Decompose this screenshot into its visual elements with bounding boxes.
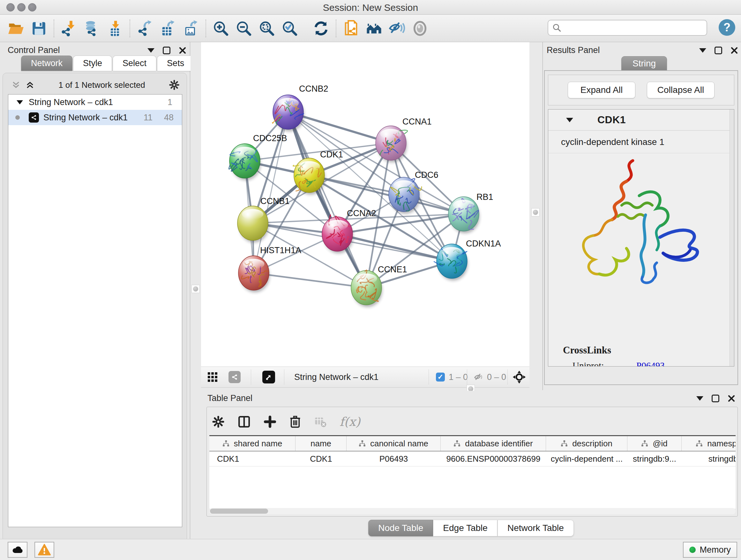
expand-all-button[interactable]: Expand All	[568, 82, 635, 98]
zoom-selected-button[interactable]	[278, 17, 301, 40]
network-node-hist1h1a[interactable]: HIST1H1A	[239, 246, 301, 293]
table-cell[interactable]: stringdb	[682, 451, 736, 466]
import-network-button[interactable]	[57, 17, 80, 40]
table-cell[interactable]: P06493	[347, 451, 441, 466]
table-cell[interactable]: stringdb:9...	[627, 451, 682, 466]
tab-edge-table[interactable]: Edge Table	[433, 520, 497, 537]
network-node-rb1[interactable]: RB1	[448, 192, 493, 233]
node-table[interactable]: shared namenamecanonical namedatabase id…	[209, 435, 736, 509]
table-cell[interactable]: CDK1	[209, 451, 295, 466]
panel-menu-icon[interactable]	[696, 396, 703, 401]
network-node-ccna1[interactable]: CCNA1	[376, 117, 432, 163]
network-node-cdk1[interactable]: CDK1	[293, 150, 343, 195]
table-cell[interactable]: cyclin-dependent ...	[546, 451, 627, 466]
network-node-ccna2[interactable]: CCNA2	[322, 208, 376, 253]
panel-float-icon[interactable]	[715, 47, 722, 54]
panel-close-icon[interactable]	[728, 395, 735, 402]
warnings-button[interactable]	[35, 542, 54, 558]
expander-icon[interactable]	[17, 100, 23, 105]
search-field[interactable]	[548, 20, 707, 36]
tab-style[interactable]: Style	[73, 56, 112, 71]
zoom-in-icon	[212, 20, 229, 37]
right-splitter[interactable]	[529, 42, 542, 391]
help-button[interactable]: ?	[719, 19, 735, 36]
import-table-button[interactable]	[104, 17, 126, 40]
add-column-icon[interactable]	[264, 415, 276, 428]
save-session-button[interactable]	[27, 17, 51, 40]
table-horizontal-scrollbar[interactable]	[209, 508, 736, 514]
right-splitter-handle[interactable]	[531, 208, 540, 216]
panel-float-icon[interactable]	[712, 395, 719, 402]
show-graphics-details-button[interactable]	[408, 17, 431, 40]
network-graph[interactable]: CCNB2CCNA1CDC25BCDK1CDC6RB1CCNB1CCNA2CDK…	[201, 42, 529, 367]
tab-select[interactable]: Select	[113, 56, 156, 71]
network-view-button[interactable]	[228, 367, 241, 387]
column-header-shared-name[interactable]: shared name	[209, 436, 295, 451]
tab-network-table[interactable]: Network Table	[497, 520, 574, 537]
left-splitter[interactable]	[191, 42, 201, 539]
left-splitter-handle[interactable]	[192, 285, 200, 293]
network-node-ccnb1[interactable]: CCNB1	[238, 196, 290, 243]
column-header--id[interactable]: @id	[627, 436, 682, 451]
search-input[interactable]	[562, 23, 699, 33]
show-columns-icon[interactable]	[238, 415, 251, 428]
cloud-status-button[interactable]	[8, 542, 27, 558]
export-network-button[interactable]	[133, 17, 156, 40]
delete-column-icon[interactable]	[289, 415, 301, 428]
column-header-description[interactable]: description	[546, 436, 627, 451]
results-scrollbar[interactable]	[730, 110, 734, 366]
crosslink-link[interactable]: P06493	[636, 361, 665, 367]
results-tab-string[interactable]: String	[621, 56, 667, 71]
import-network-from-database-button[interactable]	[80, 17, 104, 40]
selected-checkbox-icon[interactable]: ✓	[436, 373, 445, 381]
panel-close-icon[interactable]	[179, 47, 186, 54]
table-cell[interactable]: CDK1	[295, 451, 347, 466]
detach-view-button[interactable]	[262, 367, 275, 387]
apply-layout-button[interactable]	[310, 17, 333, 40]
network-collection-row[interactable]: String Network – cdk1 1	[8, 95, 182, 110]
network-edge[interactable]	[254, 273, 366, 288]
network-node-ccnb2[interactable]: CCNB2	[273, 84, 328, 132]
network-node-cdc6[interactable]: CDC6	[389, 170, 439, 214]
table-options-gear-icon[interactable]	[212, 415, 225, 428]
scrollbar-thumb[interactable]	[210, 509, 268, 514]
open-session-button[interactable]	[4, 17, 27, 40]
expand-all-icon[interactable]	[25, 81, 35, 89]
zoom-in-button[interactable]	[209, 17, 232, 40]
network-edge[interactable]	[309, 175, 464, 214]
export-table-button[interactable]	[156, 17, 179, 40]
grid-view-button[interactable]	[207, 367, 218, 387]
tab-node-table[interactable]: Node Table	[368, 520, 433, 537]
column-header-namespace[interactable]: namespace	[682, 436, 736, 451]
panel-menu-icon[interactable]	[699, 48, 706, 53]
table-cell[interactable]: 9606.ENSP00000378699	[441, 451, 546, 466]
edge-count: 48	[164, 113, 174, 123]
column-header-canonical-name[interactable]: canonical name	[347, 436, 441, 451]
panel-float-icon[interactable]	[163, 47, 171, 54]
tab-sets[interactable]: Sets	[157, 56, 194, 71]
network-options-gear-icon[interactable]	[169, 79, 180, 90]
network-canvas[interactable]: CCNB2CCNA1CDC25BCDK1CDC6RB1CCNB1CCNA2CDK…	[201, 42, 529, 367]
birdseye-toggle-button[interactable]	[513, 367, 526, 387]
entry-header[interactable]: CDK1	[548, 110, 730, 131]
memory-button[interactable]: Memory	[683, 542, 737, 558]
collapse-all-icon[interactable]	[11, 81, 21, 89]
hide-unhide-button[interactable]	[386, 17, 408, 40]
clone-network-button[interactable]	[340, 17, 362, 40]
column-header-name[interactable]: name	[295, 436, 347, 451]
string-home-button[interactable]	[362, 17, 386, 40]
title-bar: Session: New Session	[0, 0, 741, 15]
table-row[interactable]: CDK1CDK1P064939606.ENSP00000378699cyclin…	[209, 451, 736, 466]
entry-expander-icon[interactable]	[566, 118, 573, 122]
panel-menu-icon[interactable]	[147, 48, 154, 53]
panel-close-icon[interactable]	[731, 47, 738, 54]
status-bar: Memory	[0, 539, 741, 560]
network-edge[interactable]	[288, 112, 366, 288]
network-row[interactable]: String Network – cdk1 11 48	[8, 110, 182, 125]
zoom-fit-button[interactable]	[255, 17, 278, 40]
column-header-database-identifier[interactable]: database identifier	[441, 436, 546, 451]
zoom-out-button[interactable]	[232, 17, 255, 40]
tab-network[interactable]: Network	[21, 56, 72, 71]
collapse-all-button[interactable]: Collapse All	[647, 82, 715, 98]
export-image-button[interactable]	[179, 17, 202, 40]
